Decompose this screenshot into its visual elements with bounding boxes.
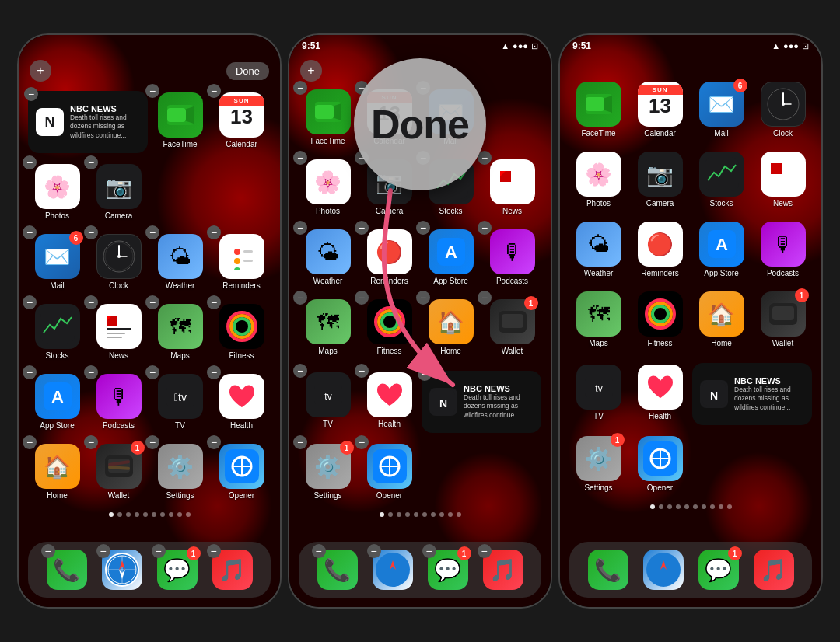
minus-badge[interactable]: − — [23, 435, 37, 449]
app-news-m[interactable]: − News — [481, 155, 543, 220]
nbc-widget-middle[interactable]: − N NBC NEWS Death toll rises and dozens… — [420, 368, 543, 436]
app-clock[interactable]: − Clock — [88, 229, 149, 295]
nbc-widget-left[interactable]: − N NBC NEWS Death toll rises and dozens… — [26, 88, 149, 156]
minus-badge[interactable]: − — [355, 291, 369, 305]
app-maps[interactable]: − 🗺 Maps — [149, 299, 211, 365]
minus-badge[interactable]: − — [293, 81, 307, 95]
minus-badge[interactable]: − — [84, 365, 98, 379]
minus-badge[interactable]: − — [23, 155, 37, 169]
app-weather[interactable]: − 🌤 Weather — [149, 229, 211, 295]
app-tv-r[interactable]: tv TV — [568, 360, 629, 428]
app-reminders-r[interactable]: 🔴 Reminders — [629, 217, 691, 282]
app-weather-m[interactable]: − 🌤 Weather — [297, 225, 359, 290]
dock-messages[interactable]: − 1 💬 — [156, 548, 199, 591]
app-wallet-r[interactable]: 1 Wallet — [752, 287, 814, 352]
minus-badge[interactable]: − — [41, 544, 55, 558]
app-news[interactable]: − News — [88, 299, 149, 365]
app-tv[interactable]: − tv TV — [149, 369, 211, 434]
app-podcasts-m[interactable]: − 🎙 Podcasts — [481, 225, 543, 290]
app-photos-m[interactable]: − 🌸 Photos — [297, 155, 359, 220]
app-stocks[interactable]: − Stocks — [26, 299, 88, 365]
minus-badge[interactable]: − — [207, 544, 221, 558]
app-calendar-r[interactable]: SUN 13 Calendar — [629, 77, 691, 142]
minus-badge[interactable]: − — [416, 291, 430, 305]
dock-phone-r[interactable]: 📞 — [586, 548, 630, 591]
minus-badge[interactable]: − — [207, 365, 221, 379]
dock-phone-m[interactable]: − 📞 — [316, 548, 359, 591]
dock-music-r[interactable]: 🎵 — [752, 548, 796, 591]
minus-badge[interactable]: − — [84, 155, 98, 169]
app-clock-r[interactable]: Clock — [752, 77, 814, 142]
app-settings[interactable]: − ⚙️ Settings — [149, 439, 211, 504]
minus-badge[interactable]: − — [24, 87, 38, 101]
app-tv-m[interactable]: − tv TV — [297, 368, 359, 436]
dock-safari-m[interactable]: − — [371, 548, 415, 591]
minus-badge[interactable]: − — [152, 544, 166, 558]
minus-badge[interactable]: − — [293, 435, 307, 449]
minus-badge[interactable]: − — [23, 365, 37, 379]
minus-badge[interactable]: − — [478, 291, 492, 305]
app-opener-r[interactable]: Opener — [629, 431, 691, 497]
app-podcasts[interactable]: − 🎙 Podcasts — [88, 369, 149, 434]
app-stocks-r[interactable]: Stocks — [691, 147, 752, 212]
minus-badge[interactable]: − — [422, 544, 436, 558]
nbc-widget-right[interactable]: N NBC NEWS Death toll rises and dozens m… — [691, 360, 814, 428]
app-reminders[interactable]: − Reminders — [211, 229, 272, 295]
minus-badge[interactable]: − — [478, 151, 492, 165]
app-camera[interactable]: − 📷 Camera — [88, 159, 149, 225]
minus-badge[interactable]: − — [145, 365, 159, 379]
minus-badge[interactable]: − — [312, 544, 326, 558]
done-button-left[interactable]: Done — [226, 62, 269, 80]
minus-badge[interactable]: − — [207, 84, 221, 98]
minus-badge[interactable]: − — [355, 364, 369, 378]
plus-button-left[interactable]: + — [30, 60, 51, 82]
app-facetime-r[interactable]: FaceTime — [568, 77, 629, 142]
app-camera-r[interactable]: 📷 Camera — [629, 147, 691, 212]
done-circle[interactable]: Done — [354, 58, 486, 190]
app-photos[interactable]: − 🌸 Photos — [26, 159, 88, 225]
app-health[interactable]: − Health — [211, 369, 272, 434]
minus-badge[interactable]: − — [367, 544, 381, 558]
minus-badge[interactable]: − — [96, 544, 110, 558]
minus-badge[interactable]: − — [416, 221, 430, 235]
app-health-m[interactable]: − Health — [359, 368, 420, 436]
dock-music-m[interactable]: − 🎵 — [481, 548, 525, 591]
dock-messages-r[interactable]: 1 💬 — [697, 548, 740, 591]
minus-badge[interactable]: − — [355, 221, 369, 235]
dock-safari[interactable]: − — [100, 548, 144, 591]
minus-badge[interactable]: − — [478, 544, 492, 558]
app-maps-m[interactable]: − 🗺 Maps — [297, 295, 359, 360]
minus-badge[interactable]: − — [293, 291, 307, 305]
dock-phone[interactable]: − 📞 — [45, 548, 89, 591]
minus-badge[interactable]: − — [293, 151, 307, 165]
app-settings-m[interactable]: − 1 ⚙️ Settings — [297, 439, 359, 504]
app-opener[interactable]: − Opener — [211, 439, 272, 504]
dock-messages-m[interactable]: − 1 💬 — [426, 548, 470, 591]
app-health-r[interactable]: Health — [629, 360, 691, 428]
app-news-r[interactable]: News — [752, 147, 814, 212]
app-home-m[interactable]: − 🏠 Home — [420, 295, 481, 360]
minus-badge[interactable]: − — [207, 295, 221, 309]
app-calendar[interactable]: − SUN 13 Calendar — [211, 88, 272, 156]
app-home[interactable]: − 🏠 Home — [26, 439, 88, 504]
app-mail-r[interactable]: 6 ✉️ Mail — [691, 77, 752, 142]
app-home-r[interactable]: 🏠 Home — [691, 287, 752, 352]
app-opener-m[interactable]: − Opener — [359, 439, 420, 504]
app-appstore-r[interactable]: A App Store — [691, 217, 752, 282]
dock-music[interactable]: − 🎵 — [211, 548, 254, 591]
minus-badge[interactable]: − — [207, 435, 221, 449]
app-appstore-m[interactable]: − A App Store — [420, 225, 481, 290]
app-facetime[interactable]: − FaceTime — [149, 88, 211, 156]
app-weather-r[interactable]: 🌤 Weather — [568, 217, 629, 282]
minus-badge[interactable]: − — [23, 295, 37, 309]
minus-badge[interactable]: − — [84, 225, 98, 239]
minus-badge[interactable]: − — [145, 225, 159, 239]
app-maps-r[interactable]: 🗺 Maps — [568, 287, 629, 352]
app-fitness[interactable]: − Fitness — [211, 299, 272, 365]
minus-badge[interactable]: − — [23, 225, 37, 239]
app-mail[interactable]: − 6 ✉️ Mail — [26, 229, 88, 295]
minus-badge[interactable]: − — [293, 221, 307, 235]
minus-badge[interactable]: − — [355, 435, 369, 449]
minus-badge[interactable]: − — [207, 225, 221, 239]
minus-badge[interactable]: − — [293, 364, 307, 378]
